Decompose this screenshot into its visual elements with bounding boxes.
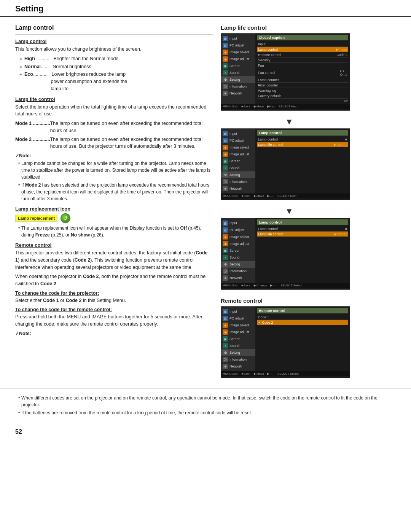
sidebar-icon-imageadjust-1: ◉ — [223, 56, 228, 62]
sidebar-label-info-1: Information — [229, 85, 247, 88]
proj-menu-item-fancontrol-1: Fan controlL 1On 1 — [257, 68, 348, 77]
sidebar-imageselect-1: ◈ Image select — [221, 49, 255, 56]
change-remote-label: To change the code for the remote contro… — [15, 307, 112, 312]
sidebar-icon-pcadjust-3: ▤ — [223, 227, 228, 233]
lamp-life-intro: Select the lamp operation when the total… — [15, 104, 213, 118]
proj-footer-3: MENU Exit ◄Back ◆ Change ▶----- SELECT S… — [221, 283, 350, 288]
remote-control-subtitle: Remote control — [15, 242, 213, 248]
sidebar-label-screen-1: Screen — [229, 64, 241, 68]
change-projector-label: To change the code for the projector: — [15, 291, 99, 296]
proj-footer-2: MENU Exit ◄Back ◆ Move ▶----- SELECT Nex… — [221, 193, 350, 198]
mode2-item: Mode 2 ............. The lamp can be tur… — [15, 136, 213, 150]
change-projector-text: Select either Code 1 or Code 2 in this S… — [15, 298, 126, 303]
normal-icon: ☀ — [19, 64, 23, 70]
sidebar-icon-sound-4: ♪ — [223, 343, 228, 348]
proj-content-4: Remote control Code 1 ✓ Code 2 — [255, 307, 350, 371]
projector-ui-2: ▦Input ▤PC adjust ◈Image select ◉Image a… — [221, 128, 350, 200]
sidebar-icon-input-2: ▦ — [223, 131, 228, 136]
proj-menu-item-factorydefault-1: Factory default — [257, 93, 348, 99]
sidebar-icon-imageadjust-3: ◉ — [223, 241, 228, 246]
note-title-2: Note: — [15, 331, 213, 336]
projector-ui-3: ▦Input ▤PC adjust ◈Image select ◉Image a… — [221, 218, 350, 290]
sidebar-label-network-1: Network — [229, 91, 242, 95]
proj-menu-item-lampcounter-1: Lamp counter — [257, 77, 348, 83]
sidebar-icon-sound-3: ♪ — [223, 255, 228, 260]
note-item-1: Lamp mode cannot be changed for a while … — [18, 160, 213, 181]
proj-footer-1: MENU Exit ◄Back ◆ Move ▶Next SELECT Next — [221, 104, 350, 109]
bottom-note-1: When different codes are set on the proj… — [18, 395, 396, 408]
proj-menu-item-fan-1: Fan — [257, 63, 348, 68]
life-modes: Mode 1 ............. The lamp can be tur… — [15, 120, 213, 150]
proj-menu-item-security-1: Security — [257, 58, 348, 63]
sidebar-pcadjust-1: ▤ PC adjust — [221, 42, 255, 49]
proj-content-2: Lamp control Lamp control■ Lamp life con… — [255, 129, 350, 193]
sidebar-icon-imageselect-4: ◈ — [223, 323, 228, 328]
sidebar-icon-imageselect-2: ◈ — [223, 145, 228, 150]
sidebar-imageselect-4: ◈Image select — [221, 322, 255, 329]
footer-select-1: SELECT Next — [279, 105, 298, 108]
mode2-label: Mode 2 ............. — [15, 136, 50, 143]
sidebar-imageselect-3: ◈Image select — [221, 233, 255, 240]
ui-screenshot-3: ▦Input ▤PC adjust ◈Image select ◉Image a… — [221, 218, 358, 290]
projector-ui-4: ▦Input ▤PC adjust ◈Image select ◉Image a… — [221, 306, 350, 378]
proj-content-title-4: Remote control — [257, 308, 348, 313]
sidebar-icon-network-1: ⊕ — [223, 91, 228, 96]
page-indicator-1: 2/2 — [257, 99, 348, 103]
remote-control-right-title: Remote control — [221, 297, 358, 304]
sidebar-input-3: ▦Input — [221, 220, 255, 227]
footer-menu-1: MENU Exit — [223, 105, 237, 108]
bottom-note-2: If the batteries are removed from the re… — [18, 409, 396, 416]
ui-screenshot-1: ▦ Input ▤ PC adjust ◈ Image select ◉ — [221, 33, 358, 111]
arrow-down-2: ▼ — [221, 206, 358, 216]
sidebar-label-imageadjust-1: Image adjust — [229, 57, 249, 61]
sidebar-pcadjust-2: ▤PC adjust — [221, 137, 255, 144]
sidebar-icon-imageselect-1: ◈ — [223, 50, 228, 55]
sidebar-input-2: ▦Input — [221, 130, 255, 137]
sidebar-info-3: ⓘInformation — [221, 268, 255, 275]
sidebar-label-imageselect-1: Image select — [229, 50, 249, 54]
proj-content-title-2: Lamp control — [257, 130, 348, 136]
main-content: Lamp control Lamp control This function … — [0, 24, 411, 384]
proj-menu-item-lamplife-3: Lamp life control◆ Mode1 — [257, 232, 348, 237]
ui-screenshot-2: ▦Input ▤PC adjust ◈Image select ◉Image a… — [221, 128, 358, 200]
sidebar-icon-screen-4: ▣ — [223, 336, 228, 342]
sidebar-screen-4: ▣Screen — [221, 335, 255, 342]
lamp-replacement-section: Lamp replacement icon Lamp replacement ↺… — [15, 206, 213, 238]
sidebar-input-1: ▦ Input — [221, 35, 255, 42]
sidebar-setting-2: ⚙Setting — [221, 171, 255, 178]
proj-menu-item-remote-1: Remote controlCode 1 — [257, 52, 348, 58]
proj-sidebar-4: ▦Input ▤PC adjust ◈Image select ◉Image a… — [221, 307, 255, 371]
sidebar-sound-2: ♪Sound — [221, 165, 255, 171]
sidebar-sound-4: ♪Sound — [221, 342, 255, 349]
sidebar-icon-pcadjust-2: ▤ — [223, 138, 228, 143]
sidebar-pcadjust-4: ▤PC adjust — [221, 315, 255, 322]
eco-icon: ☀ — [19, 72, 23, 78]
sidebar-screen-1: ▣ Screen — [221, 62, 255, 69]
lamp-control-intro: This function allows you to change brigh… — [15, 46, 213, 53]
footer-back-1: ◄Back — [241, 105, 250, 108]
projector-ui-1: ▦ Input ▤ PC adjust ◈ Image select ◉ — [221, 33, 350, 111]
lamp-life-control-right-title: Lamp life control — [221, 24, 358, 31]
change-remote-text: Press and hold both the MENU and IMAGE b… — [15, 314, 202, 327]
proj-sidebar-2: ▦Input ▤PC adjust ◈Image select ◉Image a… — [221, 129, 255, 193]
proj-ui-inner-1: ▦ Input ▤ PC adjust ◈ Image select ◉ — [221, 34, 350, 104]
sidebar-icon-input-3: ▦ — [223, 220, 228, 226]
sidebar-icon-network-2: ⊕ — [223, 186, 228, 191]
bottom-notes: When different codes are set on the proj… — [0, 388, 411, 425]
mode-normal-text: Normal...... Normal brightness — [24, 63, 91, 70]
proj-menu-item-warninglog-1: Warning log — [257, 88, 348, 93]
arrow-down-1: ▼ — [221, 117, 358, 127]
sidebar-label-pcadjust-1: PC adjust — [229, 43, 244, 47]
proj-ui-inner-4: ▦Input ▤PC adjust ◈Image select ◉Image a… — [221, 307, 350, 371]
sidebar-icon-screen-1: ▣ — [223, 63, 228, 69]
sidebar-input-4: ▦Input — [221, 308, 255, 315]
mode-normal: ☀ Normal...... Normal brightness — [19, 63, 213, 70]
proj-sidebar-1: ▦ Input ▤ PC adjust ◈ Image select ◉ — [221, 34, 255, 104]
sidebar-icon-setting-2: ⚙ — [223, 172, 228, 177]
proj-content-1: Closed caption Input Lamp control▶ more … — [255, 34, 350, 104]
sidebar-imageselect-2: ◈Image select — [221, 144, 255, 151]
lamp-control-title: Lamp control — [15, 24, 213, 31]
sidebar-icon-setting-3: ⚙ — [223, 262, 228, 267]
sidebar-icon-pcadjust-1: ▤ — [223, 43, 228, 48]
sidebar-pcadjust-3: ▤PC adjust — [221, 227, 255, 233]
